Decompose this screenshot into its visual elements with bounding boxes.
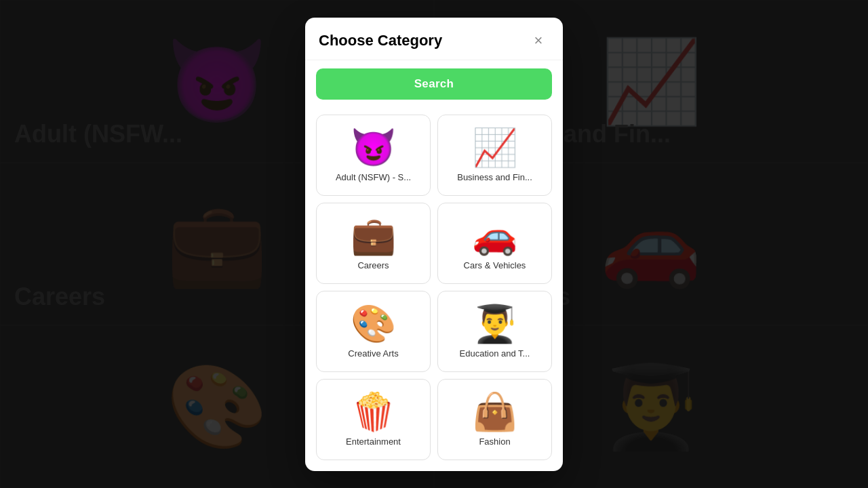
category-entertainment[interactable]: 🍿 Entertainment	[316, 379, 431, 460]
label-careers: Careers	[357, 260, 389, 272]
emoji-business-finance: 📈	[472, 129, 517, 165]
label-fashion: Fashion	[479, 436, 510, 448]
categories-grid: 😈 Adult (NSFW) - S... 📈 Business and Fin…	[305, 108, 563, 471]
emoji-entertainment: 🍿	[351, 393, 396, 430]
label-adult-nsfw: Adult (NSFW) - S...	[336, 172, 411, 184]
emoji-careers: 💼	[351, 217, 396, 253]
emoji-cars-vehicles: 🚗	[472, 217, 517, 253]
label-cars-vehicles: Cars & Vehicles	[464, 260, 526, 272]
close-button[interactable]: ×	[528, 30, 549, 52]
category-careers[interactable]: 💼 Careers	[316, 203, 431, 284]
choose-category-modal: Choose Category × Search 😈 Adult (NSFW) …	[305, 18, 563, 471]
modal-overlay: Choose Category × Search 😈 Adult (NSFW) …	[0, 0, 868, 488]
emoji-creative-arts: 🎨	[351, 305, 396, 342]
category-education[interactable]: 👨‍🎓 Education and T...	[437, 291, 552, 372]
label-business-finance: Business and Fin...	[457, 172, 532, 184]
category-cars-vehicles[interactable]: 🚗 Cars & Vehicles	[437, 203, 552, 284]
modal-header: Choose Category ×	[305, 18, 563, 60]
search-button[interactable]: Search	[316, 68, 552, 100]
emoji-adult-nsfw: 😈	[351, 129, 396, 165]
emoji-fashion: 👜	[472, 393, 517, 430]
label-education: Education and T...	[460, 348, 530, 360]
search-area: Search	[305, 60, 563, 108]
category-fashion[interactable]: 👜 Fashion	[437, 379, 552, 460]
category-adult-nsfw[interactable]: 😈 Adult (NSFW) - S...	[316, 115, 431, 196]
label-entertainment: Entertainment	[346, 436, 401, 448]
label-creative-arts: Creative Arts	[348, 348, 398, 360]
category-creative-arts[interactable]: 🎨 Creative Arts	[316, 291, 431, 372]
emoji-education: 👨‍🎓	[472, 305, 517, 342]
modal-title: Choose Category	[319, 32, 442, 49]
category-business-finance[interactable]: 📈 Business and Fin...	[437, 115, 552, 196]
